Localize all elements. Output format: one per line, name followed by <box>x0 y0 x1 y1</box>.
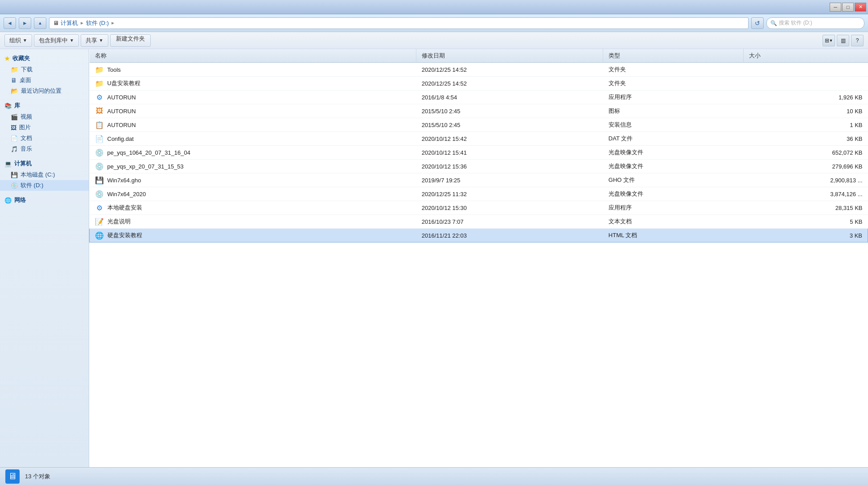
window-controls: ─ □ ✕ <box>830 3 866 12</box>
file-size: 652,072 KB <box>743 146 868 160</box>
computer-sidebar-icon: 💻 <box>4 160 12 167</box>
document-icon: 📄 <box>11 135 18 142</box>
computer-header[interactable]: 💻 计算机 <box>0 158 89 169</box>
sidebar-item-d-drive[interactable]: 💿 软件 (D:) <box>0 180 89 191</box>
include-arrow: ▼ <box>70 38 74 43</box>
sidebar: ★ 收藏夹 📁 下载 🖥 桌面 📂 最近访问的位置 📚 库 <box>0 49 89 467</box>
table-row[interactable]: 🌐 硬盘安装教程 2016/11/21 22:03 HTML 文档 3 KB <box>90 229 868 242</box>
toolbar-right: ⊞ ▼ ▥ ? <box>823 35 864 46</box>
file-name: Config.dat <box>107 136 134 142</box>
file-name-cell: 🌐 硬盘安装教程 <box>90 229 416 242</box>
computer-label: 计算机 <box>14 160 32 168</box>
file-size: 36 KB <box>743 132 868 146</box>
table-row[interactable]: 💿 pe_yqs_xp_20_07_31_15_53 2020/10/12 15… <box>90 160 868 173</box>
file-name-cell: 📝 光盘说明 <box>90 215 416 229</box>
sidebar-item-download[interactable]: 📁 下载 <box>0 64 89 75</box>
col-type[interactable]: 类型 <box>603 49 743 63</box>
close-button[interactable]: ✕ <box>855 3 866 12</box>
file-type: 文本文档 <box>603 215 743 229</box>
share-button[interactable]: 共享 ▼ <box>81 34 108 47</box>
d-drive-icon: 💿 <box>11 182 18 189</box>
file-size: 10 KB <box>743 104 868 118</box>
video-icon: 🎬 <box>11 114 18 120</box>
star-icon: ★ <box>4 55 10 62</box>
computer-icon: 🖥 <box>53 20 59 26</box>
organize-button[interactable]: 组织 ▼ <box>4 34 32 47</box>
library-section: 📚 库 🎬 视频 🖼 图片 📄 文档 🎵 音乐 <box>0 100 89 154</box>
file-type: 光盘映像文件 <box>603 146 743 160</box>
new-folder-button[interactable]: 新建文件夹 <box>110 34 151 47</box>
file-type: 安装信息 <box>603 118 743 132</box>
file-type: 光盘映像文件 <box>603 187 743 201</box>
table-row[interactable]: 📝 光盘说明 2016/10/23 7:07 文本文档 5 KB <box>90 215 868 229</box>
picture-icon: 🖼 <box>11 124 16 131</box>
col-name[interactable]: 名称 <box>90 49 416 63</box>
file-type-icon: 📁 <box>95 65 104 74</box>
forward-button[interactable]: ► <box>19 17 31 29</box>
file-size <box>743 77 868 90</box>
app-icon-symbol: 🖥 <box>8 471 17 481</box>
col-size[interactable]: 大小 <box>743 49 868 63</box>
preview-icon: ▥ <box>841 37 846 44</box>
library-header[interactable]: 📚 库 <box>0 100 89 111</box>
table-row[interactable]: ⚙ AUTORUN 2016/1/8 4:54 应用程序 1,926 KB <box>90 90 868 104</box>
file-type: DAT 文件 <box>603 132 743 146</box>
file-type: 图标 <box>603 104 743 118</box>
search-bar[interactable]: 🔍 搜索 软件 (D:) <box>766 17 864 29</box>
table-row[interactable]: 🖼 AUTORUN 2015/5/10 2:45 图标 10 KB <box>90 104 868 118</box>
include-label: 包含到库中 <box>39 37 68 45</box>
music-icon: 🎵 <box>11 146 18 152</box>
maximize-button[interactable]: □ <box>842 3 854 12</box>
network-header[interactable]: 🌐 网络 <box>0 194 89 206</box>
table-row[interactable]: 💿 Win7x64_2020 2020/12/25 11:32 光盘映像文件 3… <box>90 187 868 201</box>
sidebar-item-document[interactable]: 📄 文档 <box>0 133 89 144</box>
file-type-icon: ⚙ <box>95 93 104 102</box>
table-row[interactable]: 📄 Config.dat 2020/10/12 15:42 DAT 文件 36 … <box>90 132 868 146</box>
sidebar-item-music[interactable]: 🎵 音乐 <box>0 144 89 154</box>
sidebar-item-recent[interactable]: 📂 最近访问的位置 <box>0 86 89 96</box>
sidebar-item-video[interactable]: 🎬 视频 <box>0 111 89 122</box>
table-row[interactable]: ⚙ 本地硬盘安装 2020/10/12 15:30 应用程序 28,315 KB <box>90 201 868 215</box>
network-label: 网络 <box>14 196 26 204</box>
table-row[interactable]: 📁 U盘安装教程 2020/12/25 14:52 文件夹 <box>90 77 868 90</box>
sidebar-item-c-drive[interactable]: 💾 本地磁盘 (C:) <box>0 169 89 180</box>
file-name-cell: 💿 pe_yqs_1064_20_07_31_16_04 <box>90 146 416 160</box>
file-name-cell: 💾 Win7x64.gho <box>90 173 416 187</box>
preview-pane-button[interactable]: ▥ <box>837 35 849 46</box>
file-modified: 2019/9/7 19:25 <box>416 173 603 187</box>
view-options-button[interactable]: ⊞ ▼ <box>823 35 835 46</box>
up-button[interactable]: ▲ <box>34 17 46 29</box>
file-name: U盘安装教程 <box>107 79 140 87</box>
file-type-icon: 📋 <box>95 120 104 129</box>
favorites-header[interactable]: ★ 收藏夹 <box>0 53 89 64</box>
breadcrumb[interactable]: 🖥 计算机 ► 软件 (D:) ► <box>49 17 749 29</box>
table-row[interactable]: 💾 Win7x64.gho 2019/9/7 19:25 GHO 文件 2,90… <box>90 173 868 187</box>
file-name-cell: 💿 Win7x64_2020 <box>90 187 416 201</box>
refresh-button[interactable]: ↺ <box>751 17 764 29</box>
status-app-icon: 🖥 <box>5 469 20 484</box>
sidebar-item-picture[interactable]: 🖼 图片 <box>0 122 89 133</box>
sidebar-recent-label: 最近访问的位置 <box>21 87 62 95</box>
include-library-button[interactable]: 包含到库中 ▼ <box>34 34 79 47</box>
help-button[interactable]: ? <box>851 35 864 46</box>
file-name: pe_yqs_xp_20_07_31_15_53 <box>107 163 184 170</box>
file-type-icon: ⚙ <box>95 203 104 212</box>
table-header-row: 名称 修改日期 类型 大小 <box>90 49 868 63</box>
table-row[interactable]: 💿 pe_yqs_1064_20_07_31_16_04 2020/10/12 … <box>90 146 868 160</box>
file-size: 279,696 KB <box>743 160 868 173</box>
col-modified[interactable]: 修改日期 <box>416 49 603 63</box>
file-name: Win7x64.gho <box>107 177 141 184</box>
file-name: Win7x64_2020 <box>107 191 146 197</box>
share-label: 共享 <box>86 37 97 45</box>
file-type-icon: 💿 <box>95 162 104 171</box>
file-name: pe_yqs_1064_20_07_31_16_04 <box>107 149 191 156</box>
sidebar-item-desktop[interactable]: 🖥 桌面 <box>0 75 89 86</box>
minimize-button[interactable]: ─ <box>830 3 841 12</box>
breadcrumb-drive[interactable]: 软件 (D:) <box>86 19 109 27</box>
status-count: 13 个对象 <box>25 473 50 481</box>
file-name: Tools <box>107 66 121 73</box>
table-row[interactable]: 📋 AUTORUN 2015/5/10 2:45 安装信息 1 KB <box>90 118 868 132</box>
back-button[interactable]: ◄ <box>4 17 16 29</box>
table-row[interactable]: 📁 Tools 2020/12/25 14:52 文件夹 <box>90 63 868 77</box>
breadcrumb-computer[interactable]: 计算机 <box>61 19 78 27</box>
